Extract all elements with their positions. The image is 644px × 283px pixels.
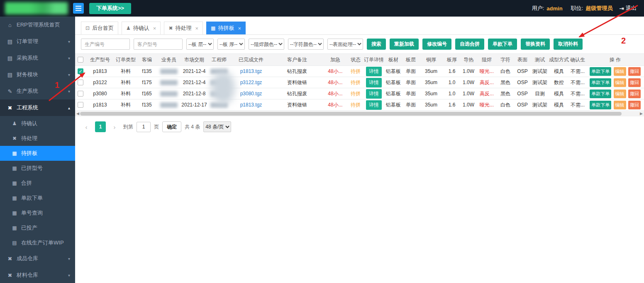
sidebar-subitem-order-number-query[interactable]: ▦ 单号查询 (0, 206, 75, 220)
detail-button[interactable]: 详情 (366, 100, 382, 110)
order-system-button[interactable]: 下单系统>> (89, 3, 131, 14)
sidebar-subitem-online-production-wip[interactable]: ▤ 在线生产订单WIP (0, 235, 75, 250)
grid-icon: ▦ (211, 25, 215, 31)
cell-forming: 数控 (549, 77, 569, 88)
detail-button[interactable]: 详情 (366, 78, 382, 87)
sidebar-subitem-in-production[interactable]: ▦ 已投产 (0, 220, 75, 235)
page-number-button[interactable]: 1 (95, 121, 106, 132)
tab-backend-home[interactable]: ⊡ 后台首页 (81, 22, 118, 34)
sidebar-subitem-pending-panelize[interactable]: ▦ 待拼板 (0, 146, 75, 161)
close-icon[interactable]: × (195, 25, 198, 31)
user-label: 用户: (532, 5, 544, 12)
row-checkbox[interactable]: ✓ (78, 80, 83, 85)
scroll-right-icon[interactable]: ▶ (640, 111, 643, 116)
close-icon[interactable]: × (238, 25, 241, 31)
sidebar-item-engineering-system[interactable]: ✖ 工程系统 ▴ (0, 99, 75, 116)
goto-page-input[interactable] (137, 122, 151, 132)
file-link[interactable]: p1813.tgz (240, 102, 262, 108)
blurred-text (210, 102, 228, 108)
modify-number-button[interactable]: 修改编号 (422, 39, 451, 50)
header-copper-thickness: 铜厚 (419, 54, 444, 66)
cell-copper-thickness: 35um (419, 88, 444, 99)
surface-finish-select[interactable]: --表面处理-- (327, 39, 363, 50)
row-withdraw-button[interactable]: 撤回 (628, 101, 641, 109)
replace-data-button[interactable]: 替换资料 (521, 39, 550, 50)
cell-test: 测试架 (531, 66, 549, 77)
file-link[interactable]: p3122.tgz (240, 80, 262, 85)
detail-button[interactable]: 详情 (366, 89, 382, 99)
topbar: 下单系统>> 用户: admin 职位: 超级管理员 ⇥ 退出 (0, 0, 644, 17)
cell-status: 待拼 (347, 77, 364, 88)
table-header-row: ✓ 生产型号 订单类型 客编 业务员 市场交期 工程师 已完成文件 客户备注 加… (75, 54, 644, 66)
board-thickness-select[interactable]: --板 厚-- (217, 39, 245, 50)
solder-mask-color-select[interactable]: --阻焊颜色-- (249, 39, 284, 50)
sidebar-item-order-management[interactable]: ▤ 订单管理 ▾ (0, 33, 75, 50)
cell-solder-mask: 高反... (477, 77, 497, 88)
row-withdraw-button[interactable]: 撤回 (628, 89, 641, 98)
sidebar-item-material-warehouse[interactable]: ✖ 材料仓库 ▾ (0, 267, 75, 283)
tab-pending-panelize[interactable]: ▦ 待拼板 × (206, 22, 246, 34)
close-icon[interactable]: × (153, 25, 156, 31)
goto-confirm-button[interactable]: 确定 (162, 121, 181, 132)
sidebar-subitem-combine[interactable]: ▦ 合拼 (0, 176, 75, 191)
row-single-order-button[interactable]: 单款下单 (590, 78, 611, 87)
row-single-order-button[interactable]: 单款下单 (590, 89, 611, 98)
orders-table: ✓ 生产型号 订单类型 客编 业务员 市场交期 工程师 已完成文件 客户备注 加… (75, 53, 644, 111)
row-checkbox[interactable]: ✓ (78, 91, 83, 97)
silkscreen-color-select[interactable]: --字符颜色-- (288, 39, 324, 50)
row-checkbox[interactable]: ✓ (78, 68, 83, 74)
row-edit-button[interactable]: 编辑 (614, 89, 626, 98)
tab-pending-process[interactable]: ✖ 待处理 × (164, 22, 203, 34)
row-single-order-button[interactable]: 单款下单 (590, 101, 611, 109)
tab-bar: ⊡ 后台首页 ♟ 待确认 × ✖ 待处理 × ▦ 待拼板 × (75, 17, 644, 35)
row-withdraw-button[interactable]: 撤回 (628, 78, 641, 87)
sidebar-subitem-pending-confirm[interactable]: ♟ 待确认 (0, 116, 75, 131)
cell-market-date: 2021-12-17 (181, 99, 207, 111)
scrollbar-thumb[interactable] (80, 112, 622, 116)
cell-confirm: 不需... (569, 88, 586, 99)
board-layer-select[interactable]: --板 层-- (186, 39, 214, 50)
prev-page-icon[interactable]: ‹ (81, 121, 92, 132)
sidebar-subitem-panelized-models[interactable]: ▦ 已拼型号 (0, 161, 75, 176)
search-button[interactable]: 搜索 (367, 39, 386, 50)
sidebar-item-purchase-system[interactable]: ▤ 采购系统 ▾ (0, 50, 75, 66)
sidebar-item-production-system[interactable]: ✎ 生产系统 ▾ (0, 83, 75, 99)
row-edit-button[interactable]: 编辑 (614, 67, 626, 76)
customer-model-input[interactable] (134, 39, 183, 50)
scroll-left-icon[interactable]: ◀ (76, 111, 79, 116)
sidebar-subitem-single-order[interactable]: ▦ 单款下单 (0, 191, 75, 206)
reload-button[interactable]: 重新加载 (390, 39, 419, 50)
tab-pending-confirm[interactable]: ♟ 待确认 × (122, 22, 161, 34)
file-link[interactable]: p1813.tgz (240, 68, 262, 74)
row-edit-button[interactable]: 编辑 (614, 101, 626, 109)
production-number-input[interactable] (81, 39, 130, 50)
single-order-button[interactable]: 单款下单 (488, 39, 517, 50)
row-edit-button[interactable]: 编辑 (614, 78, 626, 87)
row-checkbox[interactable]: ✓ (78, 102, 83, 108)
self-combine-button[interactable]: 自选合拼 (455, 39, 484, 50)
logout-button[interactable]: ⇥ 退出 (619, 5, 637, 12)
cell-customer-code: f135 (137, 99, 156, 111)
sidebar-item-finance-module[interactable]: ▤ 财务模块 ▾ (0, 66, 75, 83)
row-single-order-button[interactable]: 单款下单 (590, 67, 611, 76)
sidebar-subitem-label: 已投产 (21, 224, 37, 232)
header-test: 测试 (531, 54, 549, 66)
detail-button[interactable]: 详情 (366, 67, 382, 76)
row-withdraw-button[interactable]: 撤回 (628, 67, 641, 76)
cell-salesperson (156, 99, 181, 111)
sidebar-item-finished-warehouse[interactable]: ✖ 成品仓库 ▾ (0, 250, 75, 267)
sidebar-subitem-pending-process[interactable]: ✖ 待处理 (0, 131, 75, 146)
header-operations: 操 作 (586, 54, 644, 66)
select-all-checkbox[interactable]: ✓ (78, 57, 83, 63)
table-row: ✓ p1813 补料 f135 2021-12-17 p1813.tgz 资料做… (75, 99, 644, 111)
next-page-icon[interactable]: › (109, 121, 120, 132)
file-link[interactable]: p3080.tgz (240, 91, 262, 97)
menu-toggle-button[interactable] (73, 3, 84, 14)
cell-order-detail: 详情 (364, 66, 384, 77)
cancel-replenish-button[interactable]: 取消补料 (554, 39, 583, 50)
sidebar-subitem-label: 单号查询 (21, 209, 43, 217)
horizontal-scrollbar[interactable]: ◀ ▶ (75, 111, 644, 116)
page-size-select[interactable]: 48 条/页 (203, 121, 231, 132)
cell-customer-remark: 资料做错 (271, 99, 323, 111)
sidebar-item-erp-home[interactable]: ⌂ ERP管理系统首页 (0, 17, 75, 33)
